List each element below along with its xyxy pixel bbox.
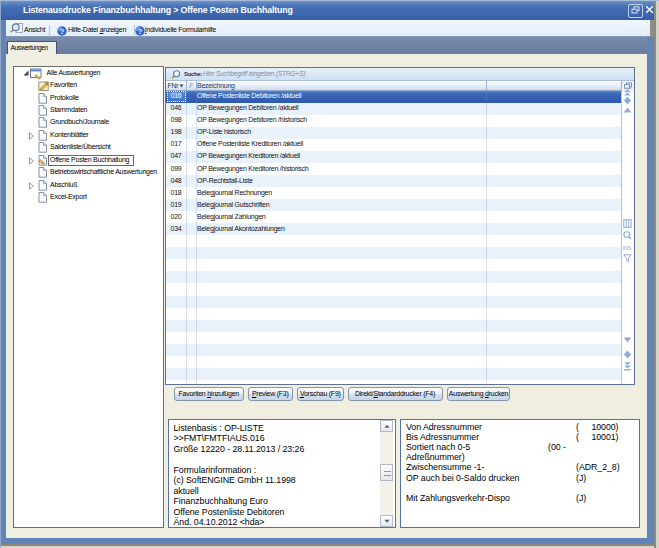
svg-text:?: ?: [138, 27, 142, 34]
svg-text:?: ?: [60, 27, 64, 34]
